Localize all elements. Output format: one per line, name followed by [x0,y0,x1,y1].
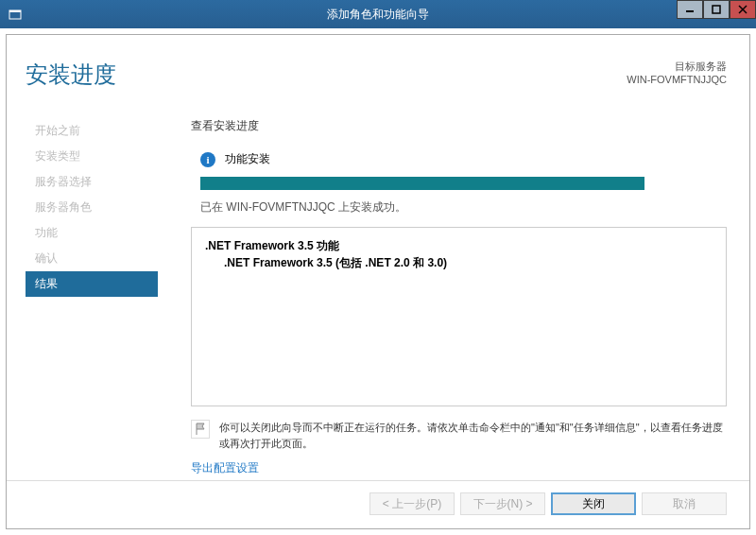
sidebar-item-features: 功能 [26,220,158,246]
separator [7,480,749,481]
server-label: 目标服务器 [627,60,727,74]
next-button: 下一步(N) > [460,492,545,515]
sidebar-item-server-roles: 服务器角色 [26,195,158,220]
flag-icon [191,420,210,439]
svg-rect-3 [713,6,720,13]
button-row: < 上一步(P) 下一步(N) > 关闭 取消 [369,492,727,515]
sidebar: 开始之前 安装类型 服务器选择 服务器角色 功能 确认 结果 [26,118,158,297]
export-link[interactable]: 导出配置设置 [191,460,727,476]
titlebar: 添加角色和功能向导 [0,0,756,28]
sidebar-item-before: 开始之前 [26,118,158,144]
maximize-button[interactable] [703,0,730,19]
progress-message: 已在 WIN-FOVMFTNJJQC 上安装成功。 [200,199,727,216]
feature-box: .NET Framework 3.5 功能 .NET Framework 3.5… [191,227,727,406]
minimize-button[interactable] [677,0,703,19]
sidebar-item-server-select: 服务器选择 [26,169,158,195]
sidebar-item-results[interactable]: 结果 [26,271,158,297]
close-button[interactable]: 关闭 [551,492,636,515]
window-controls [677,0,756,19]
page-title: 安装进度 [26,60,116,90]
progress-bar [200,177,644,190]
view-label: 查看安装进度 [191,118,727,134]
sidebar-item-confirm: 确认 [26,246,158,271]
info-icon: i [200,152,215,167]
server-info: 目标服务器 WIN-FOVMFTNJJQC [627,60,727,85]
main-content: 查看安装进度 i 功能安装 已在 WIN-FOVMFTNJJQC 上安装成功。 … [191,118,727,476]
window-title: 添加角色和功能向导 [327,7,429,23]
app-icon [8,7,23,22]
prev-button: < 上一步(P) [369,492,455,515]
feature-group: .NET Framework 3.5 功能 [205,237,713,254]
sidebar-item-type: 安装类型 [26,144,158,169]
status-heading: 功能安装 [225,151,270,167]
close-window-button[interactable] [730,0,756,19]
server-name: WIN-FOVMFTNJJQC [627,74,727,85]
feature-item: .NET Framework 3.5 (包括 .NET 2.0 和 3.0) [224,254,713,271]
cancel-button: 取消 [642,492,727,515]
svg-rect-1 [9,10,21,12]
note-text: 你可以关闭此向导而不中断正在运行的任务。请依次单击命令栏中的"通知"和"任务详细… [219,420,727,451]
